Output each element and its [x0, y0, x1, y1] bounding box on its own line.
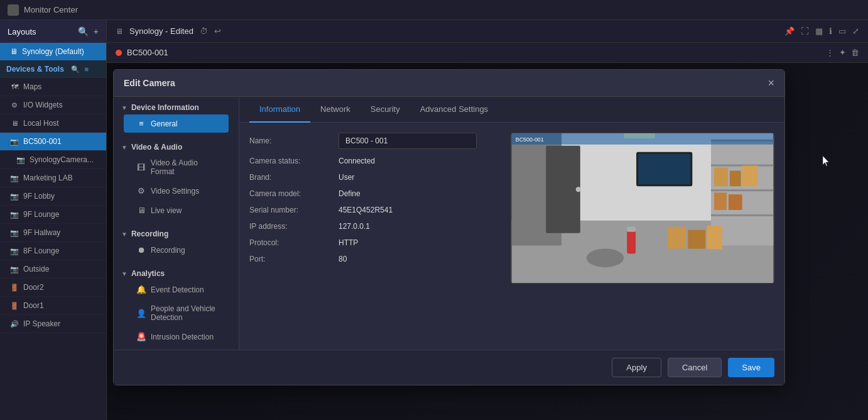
camera-delete-icon[interactable]: 🗑 [851, 48, 859, 57]
recording-section-header[interactable]: ▼ Recording [121, 229, 231, 238]
analytics-chevron: ▼ [121, 270, 127, 277]
svg-rect-14 [742, 166, 758, 187]
modal-item-people-vehicle-detection[interactable]: 👤 People and Vehicle Detection [124, 300, 229, 326]
modal-item-video-settings[interactable]: ⚙ Video Settings [124, 182, 229, 200]
sidebar-item-8f-lounge[interactable]: 📷 8F Lounge [0, 242, 106, 260]
sidebar-item-synology-default[interactable]: 🖥 Synology (Default) [0, 43, 106, 61]
form-row-serial-number: Serial number: 45E1Q452R541 [249, 206, 498, 214]
io-widgets-icon: ⚙ [10, 101, 19, 109]
sidebar-item-local-host[interactable]: 🖥 Local Host [0, 114, 106, 133]
camera-status-value: Connected [339, 157, 375, 165]
modal-item-recording[interactable]: ⏺ Recording [124, 241, 229, 259]
video-format-label: Video & Audio Format [151, 158, 222, 176]
form-row-brand: Brand: User [249, 173, 498, 182]
sidebar-item-9f-lobby[interactable]: 📷 9F Lobby [0, 187, 106, 206]
sidebar-item-door2[interactable]: 🚪 Door2 [0, 279, 106, 297]
recording-icon: ⏺ [136, 245, 146, 255]
apply-button[interactable]: Apply [612, 358, 661, 377]
door1-label: Door1 [23, 301, 44, 310]
modal-close-button[interactable]: × [768, 77, 774, 89]
bc500-icon: 📷 [10, 137, 19, 146]
form-row-port: Port: 80 [249, 255, 498, 263]
live-view-label: Live view [151, 206, 182, 215]
camera-pin-icon[interactable]: ✦ [839, 48, 846, 57]
cancel-button[interactable]: Cancel [668, 358, 722, 377]
svg-rect-21 [627, 227, 636, 232]
app-title: Monitor Center [24, 5, 78, 14]
tab-information[interactable]: Information [249, 97, 310, 123]
undo-icon[interactable]: ↩ [214, 26, 221, 36]
add-layout-icon[interactable]: + [94, 26, 99, 36]
svg-rect-6 [638, 154, 690, 185]
devices-tools-search-icon[interactable]: 🔍 [71, 65, 80, 73]
pin-icon[interactable]: 📌 [784, 26, 795, 36]
layout-icon[interactable]: ▭ [838, 26, 846, 36]
svg-rect-13 [730, 171, 741, 187]
camera-more-icon[interactable]: ⋮ [826, 48, 834, 57]
modal-item-event-detection[interactable]: 🔔 Event Detection [124, 280, 229, 299]
serial-number-label: Serial number: [249, 206, 331, 214]
sidebar-item-9f-hallway[interactable]: 📷 9F Hallway [0, 224, 106, 242]
analytics-section-header[interactable]: ▼ Analytics [121, 269, 231, 278]
recording-chevron: ▼ [121, 231, 127, 238]
modal-sidebar: ▼ Device Information ≡ General [114, 97, 239, 350]
sidebar-header: Layouts 🔍 + [0, 20, 106, 43]
sidebar-item-outside[interactable]: 📷 Outside [0, 260, 106, 279]
sidebar-item-marketing-lab[interactable]: 📷 Marketing LAB [0, 169, 106, 187]
9f-lobby-label: 9F Lobby [23, 192, 55, 201]
9f-lounge-label: 9F Lounge [23, 210, 59, 219]
sidebar-item-synology-camera[interactable]: 📷 SynologyCamera... [0, 151, 106, 169]
workspace-icon: 🖥 [116, 27, 123, 36]
intrusion-detection-icon: 🚨 [136, 332, 146, 341]
form-row-name: Name: [249, 133, 498, 149]
title-bar: Monitor Center [0, 0, 868, 20]
sidebar-item-ip-speaker[interactable]: 🔊 IP Speaker [0, 315, 106, 333]
app-icon [8, 4, 19, 16]
device-info-chevron: ▼ [121, 104, 127, 111]
monitor-icon: 🖥 [10, 47, 18, 56]
synology-default-label: Synology (Default) [22, 47, 84, 56]
modal-item-live-view[interactable]: 🖥 Live view [124, 201, 229, 219]
sidebar-item-bc500-001[interactable]: 📷 BC500-001 [0, 133, 106, 151]
ip-address-value: 127.0.0.1 [339, 222, 370, 231]
svg-rect-20 [627, 230, 636, 254]
maps-label: Maps [23, 82, 41, 91]
info-icon[interactable]: ℹ [829, 26, 832, 36]
tab-security[interactable]: Security [361, 97, 410, 123]
modal-item-intrusion-detection[interactable]: 🚨 Intrusion Detection [124, 328, 229, 346]
svg-rect-17 [668, 227, 686, 249]
tab-network[interactable]: Network [310, 97, 361, 123]
sidebar-item-door1[interactable]: 🚪 Door1 [0, 297, 106, 315]
sidebar-item-maps[interactable]: 🗺 Maps [0, 78, 106, 96]
grid-icon[interactable]: ▦ [815, 26, 823, 36]
video-format-icon: 🎞 [136, 163, 146, 172]
port-label: Port: [249, 255, 331, 263]
camera-model-label: Camera model: [249, 189, 331, 198]
svg-rect-10 [711, 189, 773, 191]
search-icon[interactable]: 🔍 [78, 26, 89, 36]
modal-section-recording: ▼ Recording ⏺ Recording [114, 223, 239, 263]
sidebar-item-io-widgets[interactable]: ⚙ I/O Widgets [0, 96, 106, 114]
fullscreen-icon[interactable]: ⛶ [801, 26, 809, 36]
history-icon[interactable]: ⏱ [200, 26, 208, 36]
general-label: General [151, 119, 178, 128]
protocol-value: HTTP [339, 238, 358, 247]
maps-icon: 🗺 [10, 82, 19, 91]
form-row-camera-model: Camera model: Define [249, 189, 498, 198]
name-input[interactable] [339, 133, 477, 149]
device-info-section-header[interactable]: ▼ Device Information [121, 103, 231, 112]
devices-tools-menu-icon[interactable]: ≡ [85, 65, 89, 73]
workspace-header: 🖥 Synology - Edited ⏱ ↩ 📌 ⛶ ▦ ℹ ▭ ⤢ [107, 20, 868, 43]
svg-rect-12 [714, 168, 728, 187]
expand-icon[interactable]: ⤢ [852, 26, 859, 36]
video-audio-section-header[interactable]: ▼ Video & Audio [121, 143, 231, 152]
tab-advanced-settings[interactable]: Advanced Settings [410, 97, 498, 123]
modal-item-general[interactable]: ≡ General [124, 114, 229, 133]
door2-icon: 🚪 [10, 283, 19, 292]
ip-speaker-icon: 🔊 [10, 319, 19, 328]
save-button[interactable]: Save [728, 358, 774, 377]
device-info-label: Device Information [131, 103, 199, 112]
sidebar-item-9f-lounge[interactable]: 📷 9F Lounge [0, 206, 106, 224]
modal-item-video-audio-format[interactable]: 🎞 Video & Audio Format [124, 154, 229, 180]
analytics-section-label: Analytics [131, 269, 165, 278]
